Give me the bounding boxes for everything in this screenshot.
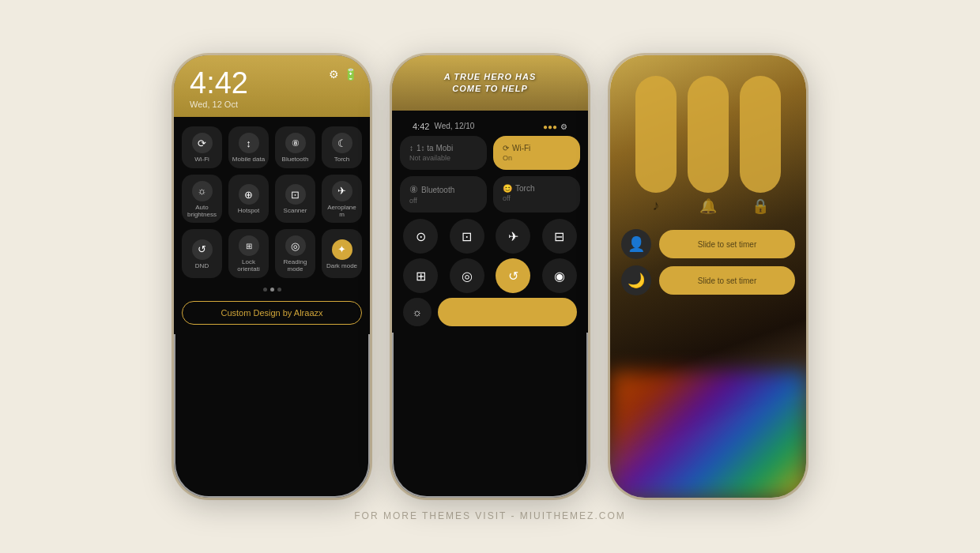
- p2-second-row: ⑧ Bluetooth off 😊 Torch off: [400, 176, 580, 213]
- phone3-bg: ♪ 🔔 🔒 👤 Slide: [610, 55, 806, 498]
- p3-avatar-2: 🌙: [621, 265, 651, 295]
- torch-icon-p2: 😊: [503, 184, 512, 193]
- p3-contact-row-2: 🌙 Slide to set timer: [621, 265, 795, 295]
- phone1-header-icons: ⚙ 🔋: [329, 68, 357, 81]
- p2-time-date: 4:42 Wed, 12/10: [413, 122, 474, 131]
- p2-torch-status: off: [503, 194, 571, 202]
- reading-mode-btn[interactable]: ◎ Reading mode: [275, 229, 315, 278]
- auto-brightness-icon: ☼: [192, 181, 213, 201]
- p2-icon-btn-2[interactable]: ⊡: [450, 219, 484, 254]
- aeroplane-btn[interactable]: ✈ Aeroplane m: [322, 175, 362, 224]
- p3-slider-1[interactable]: [635, 76, 677, 193]
- p2-icon-btn-1[interactable]: ⊙: [403, 219, 438, 254]
- p3-slider-1-icon: ♪: [653, 198, 660, 214]
- p2-torch-label: 😊 Torch: [503, 184, 571, 193]
- hotspot-label: Hotspot: [238, 208, 260, 215]
- scanner-icon: ⊡: [285, 184, 306, 205]
- reading-mode-icon: ◎: [285, 235, 306, 256]
- p2-status-icons: ●●● ⚙: [543, 122, 567, 131]
- scanner-label: Scanner: [284, 208, 307, 215]
- wifi-btn[interactable]: ⟳ Wi-Fi: [182, 126, 222, 168]
- p3-slide-btn-1[interactable]: Slide to set timer: [659, 230, 795, 258]
- bt-icon-p2: ⑧: [409, 184, 418, 195]
- mobile-data-icon: ↕: [239, 133, 259, 153]
- custom-design-btn[interactable]: Custom Design by Alraazx: [182, 301, 362, 325]
- lock-orient-icon: ⊞: [239, 235, 259, 256]
- p2-bluetooth-card[interactable]: ⑧ Bluetooth off: [400, 176, 487, 213]
- mobile-data-label: Mobile data: [232, 156, 265, 164]
- p2-ctrl-row2: ⊞ ◎ ↺ ◉: [400, 258, 580, 293]
- p2-time: 4:42: [413, 122, 429, 131]
- lock-orient-btn[interactable]: ⊞ Lock orientati: [228, 229, 269, 278]
- control-grid: ⟳ Wi-Fi ↕ Mobile data ⑧ Bluetooth ☾ Torc…: [182, 126, 362, 278]
- mobile-data-btn[interactable]: ↕ Mobile data: [228, 126, 269, 168]
- phones-container: 4:42 Wed, 12 Oct ⚙ 🔋 ⟳ Wi-Fi ↕ Mobile da…: [174, 55, 806, 498]
- phone-2: A TRUE HERO HASCOME TO HELP 4:42 Wed, 12…: [392, 55, 588, 498]
- wifi-label: Wi-Fi: [194, 156, 209, 164]
- p2-wifi-label: ⟳ Wi-Fi: [503, 144, 571, 152]
- p3-contact-section: 👤 Slide to set timer 🌙 Slide to set time…: [621, 229, 795, 295]
- p2-mobile-card[interactable]: ↕ 1↕ ta Mobi Not available: [400, 136, 487, 170]
- p2-top-row: ↕ 1↕ ta Mobi Not available ⟳ Wi-Fi On: [400, 136, 580, 170]
- p3-sliders: ♪ 🔔 🔒: [621, 76, 795, 215]
- hero-text: A TRUE HERO HASCOME TO HELP: [444, 71, 537, 96]
- battery-icon: 🔋: [344, 68, 357, 81]
- wifi-icon-p2: ⟳: [503, 144, 509, 152]
- dnd-btn[interactable]: ↺ DND: [182, 229, 222, 278]
- brightness-icon: ☼: [403, 298, 432, 326]
- p2-icon-btn-3[interactable]: ✈: [496, 219, 530, 254]
- p3-slider-3-icon: 🔒: [752, 198, 769, 215]
- p2-wifi-card[interactable]: ⟳ Wi-Fi On: [493, 136, 580, 170]
- p2-icon-btn-6[interactable]: ◎: [450, 258, 484, 293]
- dark-mode-btn[interactable]: ✦ Dark mode: [322, 229, 362, 278]
- p3-slider-2-icon: 🔔: [699, 198, 717, 215]
- bluetooth-label: Bluetooth: [282, 156, 309, 164]
- hotspot-icon: ⊕: [239, 184, 259, 205]
- dark-mode-label: Dark mode: [326, 263, 357, 270]
- dot-2: [270, 288, 274, 292]
- dark-mode-icon: ✦: [332, 239, 352, 260]
- p3-contact-row-1: 👤 Slide to set timer: [621, 229, 795, 259]
- watermark-text: FOR MORE THEMES VISIT - MIUITHEMEZ.COM: [354, 510, 626, 521]
- p2-wifi-status: On: [503, 154, 571, 162]
- phone-1: 4:42 Wed, 12 Oct ⚙ 🔋 ⟳ Wi-Fi ↕ Mobile da…: [174, 55, 370, 498]
- dnd-label: DND: [195, 263, 209, 270]
- p2-date: Wed, 12/10: [434, 122, 474, 131]
- auto-brightness-label: Auto brightness: [185, 205, 219, 219]
- p2-bt-status: off: [409, 197, 477, 205]
- p3-slider-3-container: 🔒: [740, 76, 781, 215]
- p2-settings-icon: ⚙: [560, 122, 567, 131]
- mobile-icon: ↕: [409, 144, 413, 152]
- pagination-dots: [182, 284, 362, 295]
- dot-3: [277, 288, 281, 292]
- phone2-body: 4:42 Wed, 12/10 ●●● ⚙ ↕ 1↕ ta Mobi Not a…: [392, 111, 588, 333]
- p2-icon-btn-4[interactable]: ⊟: [542, 219, 577, 254]
- dnd-icon: ↺: [192, 239, 213, 260]
- bluetooth-btn[interactable]: ⑧ Bluetooth: [275, 126, 315, 168]
- reading-mode-label: Reading mode: [278, 259, 312, 273]
- bluetooth-icon: ⑧: [285, 133, 306, 153]
- phone2-hero: A TRUE HERO HASCOME TO HELP: [392, 55, 588, 111]
- torch-btn[interactable]: ☾ Torch: [322, 126, 362, 168]
- hotspot-btn[interactable]: ⊕ Hotspot: [228, 175, 269, 224]
- p3-slider-1-container: ♪: [635, 76, 677, 215]
- scanner-btn[interactable]: ⊡ Scanner: [275, 175, 315, 224]
- p2-icon-btn-7[interactable]: ↺: [496, 258, 530, 293]
- p2-icon-btn-5[interactable]: ⊞: [403, 258, 438, 293]
- p2-icon-btn-8[interactable]: ◉: [542, 258, 577, 293]
- lock-orient-label: Lock orientati: [232, 259, 266, 273]
- p2-brightness-row: ☼: [400, 298, 580, 326]
- auto-brightness-btn[interactable]: ☼ Auto brightness: [182, 175, 222, 224]
- p2-torch-card[interactable]: 😊 Torch off: [493, 176, 580, 213]
- p3-slider-3[interactable]: [740, 76, 781, 193]
- p3-slider-2[interactable]: [688, 76, 729, 193]
- torch-icon: ☾: [332, 133, 352, 153]
- brightness-bar[interactable]: [438, 298, 577, 326]
- aeroplane-icon: ✈: [332, 181, 352, 201]
- p2-ctrl-row1: ⊙ ⊡ ✈ ⊟: [400, 219, 580, 254]
- phone3-content: ♪ 🔔 🔒 👤 Slide: [610, 55, 806, 498]
- p2-mobile-label: ↕ 1↕ ta Mobi: [409, 144, 477, 152]
- p3-slider-2-container: 🔔: [688, 76, 729, 215]
- phone2-status-bar: 4:42 Wed, 12/10 ●●● ⚙: [400, 117, 580, 136]
- p3-slide-btn-2[interactable]: Slide to set timer: [659, 266, 795, 295]
